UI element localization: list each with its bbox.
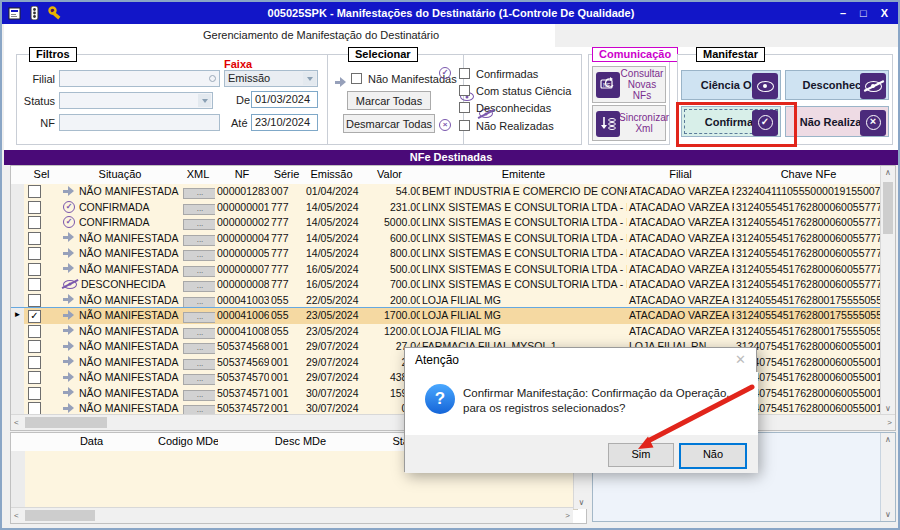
horizontal-scrollbar[interactable]: < > — [11, 507, 573, 523]
column-header-chave[interactable]: Chave NFe — [734, 166, 884, 185]
minimize-button[interactable]: – — [840, 7, 846, 19]
table-row[interactable]: NÃO MANIFESTADA...00000128300701/04/2024… — [11, 184, 883, 200]
ciencia-op-button[interactable]: Ciência Op. — [681, 70, 781, 100]
row-checkbox[interactable] — [28, 247, 41, 260]
xml-button[interactable]: ... — [183, 312, 217, 323]
column-header-xml[interactable]: XML — [181, 166, 216, 185]
desmarcar-todas-button[interactable]: Desmarcar Todas — [343, 114, 435, 133]
scrollbar-thumb[interactable] — [883, 182, 893, 234]
column-header[interactable] — [11, 433, 26, 452]
column-header-emitente[interactable]: Emitente — [420, 166, 628, 185]
sincronizar-xml-button[interactable]: Sincronizar Xml — [592, 105, 666, 141]
row-checkbox[interactable] — [28, 387, 41, 400]
column-header-filial[interactable]: Filial — [627, 166, 735, 185]
de-date-input[interactable]: 01/03/2024 — [251, 91, 318, 108]
marcar-todas-button[interactable]: Marcar Todas — [347, 91, 431, 110]
vertical-scrollbar[interactable]: ∧ ∨ — [880, 433, 895, 521]
column-header-valor[interactable]: Valor — [359, 166, 421, 185]
column-header-sit[interactable]: Situação — [59, 166, 182, 185]
sim-button[interactable]: Sim — [608, 443, 674, 467]
table-row[interactable]: ✓CONFIRMADA...00000000177714/05/2024231.… — [11, 200, 883, 216]
nao-manifestadas-checkbox[interactable] — [351, 73, 362, 84]
scroll-right-icon[interactable]: > — [565, 511, 570, 520]
table-row[interactable]: ✓CONFIRMADA...00000000277714/05/20245000… — [11, 215, 883, 231]
scroll-right-icon[interactable]: > — [887, 418, 892, 427]
nao-button[interactable]: Não — [679, 443, 747, 469]
row-checkbox[interactable] — [28, 356, 41, 369]
scrollbar-thumb[interactable] — [25, 510, 95, 521]
table-row[interactable]: NÃO MANIFESTADA...00000000777716/05/2024… — [11, 262, 883, 278]
com-status-ciencia-checkbox[interactable] — [459, 85, 470, 96]
column-header-sel[interactable]: Sel — [24, 166, 60, 185]
ate-date-input[interactable]: 23/10/2024 — [251, 114, 318, 131]
desconhecidas-checkbox[interactable] — [459, 102, 470, 113]
scrollbar-thumb[interactable] — [25, 417, 107, 428]
column-header[interactable]: Data — [25, 433, 159, 452]
column-header-emissao[interactable]: Emissão — [304, 166, 360, 185]
row-checkbox[interactable] — [28, 278, 41, 291]
scroll-left-icon[interactable]: < — [14, 418, 19, 427]
table-row[interactable]: NÃO MANIFESTADA...00000000477714/05/2024… — [11, 231, 883, 247]
xml-button[interactable]: ... — [183, 250, 217, 261]
table-row[interactable]: DESCONHECIDA...00000000877716/05/2024700… — [11, 277, 883, 293]
status-select[interactable] — [59, 92, 213, 109]
close-button[interactable]: X — [881, 7, 888, 19]
situacao-text: NÃO MANIFESTADA — [79, 247, 179, 259]
scroll-down-icon[interactable]: ∨ — [881, 510, 895, 519]
scroll-left-icon[interactable]: < — [14, 511, 19, 520]
row-checkbox[interactable] — [28, 185, 41, 198]
column-header-rowsel[interactable] — [11, 166, 25, 185]
row-checkbox[interactable] — [28, 371, 41, 384]
confirmadas-checkbox[interactable] — [459, 68, 470, 79]
row-checkbox[interactable] — [28, 340, 41, 353]
column-header-serie[interactable]: Série — [269, 166, 305, 185]
xml-button[interactable]: ... — [183, 328, 217, 339]
scroll-down-icon[interactable]: ∨ — [881, 404, 895, 413]
scroll-down-icon[interactable]: ∨ — [574, 498, 589, 507]
column-header[interactable]: Desc MDe — [218, 433, 384, 452]
xml-button[interactable]: ... — [183, 297, 217, 308]
cell-emissao: 23/05/2024 — [304, 308, 364, 325]
xml-button[interactable]: ... — [183, 266, 217, 277]
nf-input[interactable] — [59, 114, 220, 131]
cell-nf: 505374569 — [215, 355, 274, 372]
scroll-up-icon[interactable]: ∧ — [881, 435, 895, 444]
table-row[interactable]: NÃO MANIFESTADA...00004100805523/05/2024… — [11, 324, 883, 340]
empty-cell — [11, 466, 26, 482]
vertical-scrollbar[interactable]: ∧ ∨ — [880, 166, 895, 415]
row-checkbox[interactable] — [28, 232, 41, 245]
row-checkbox[interactable] — [28, 263, 41, 276]
cell-sit: ✓CONFIRMADA — [59, 215, 186, 232]
row-checkbox[interactable] — [28, 294, 41, 307]
xml-button[interactable]: ... — [183, 359, 217, 370]
xml-button[interactable]: ... — [183, 281, 217, 292]
chevron-down-icon[interactable] — [303, 72, 316, 85]
xml-button[interactable]: ... — [183, 188, 217, 199]
nao-realizada-button[interactable]: Não Realizada × — [785, 106, 889, 137]
cell-nf: 505374571 — [215, 386, 274, 403]
maximize-button[interactable]: □ — [860, 7, 867, 19]
row-checkbox[interactable]: ✓ — [28, 310, 41, 323]
consultar-novas-nfs-button[interactable]: NF Consultar Novas NFs — [592, 66, 666, 103]
table-row[interactable]: NÃO MANIFESTADA...00000000577714/05/2024… — [11, 246, 883, 262]
filial-input[interactable] — [59, 70, 220, 87]
xml-button[interactable]: ... — [183, 390, 217, 401]
nao-realizadas-checkbox[interactable] — [459, 120, 470, 131]
column-header[interactable]: Codigo MDe — [158, 433, 219, 452]
column-header-nf[interactable]: NF — [215, 166, 270, 185]
row-checkbox[interactable] — [28, 325, 41, 338]
table-row[interactable]: ►✓NÃO MANIFESTADA...00004100605523/05/20… — [11, 307, 883, 325]
xml-button[interactable]: ... — [183, 374, 217, 385]
row-checkbox[interactable] — [28, 216, 41, 229]
xml-button[interactable]: ... — [183, 204, 217, 215]
desconhecer-button[interactable]: Desconhecer — [785, 70, 889, 100]
xml-button[interactable]: ... — [183, 343, 217, 354]
xml-button[interactable]: ... — [183, 235, 217, 246]
close-icon[interactable]: ✕ — [735, 352, 746, 367]
table-row[interactable]: NÃO MANIFESTADA...00004100305522/05/2024… — [11, 293, 883, 309]
faixa-select[interactable]: Emissão — [224, 70, 318, 87]
row-checkbox[interactable] — [28, 201, 41, 214]
chevron-down-icon[interactable] — [198, 94, 211, 107]
scroll-up-icon[interactable]: ∧ — [881, 168, 895, 177]
xml-button[interactable]: ... — [183, 219, 217, 230]
